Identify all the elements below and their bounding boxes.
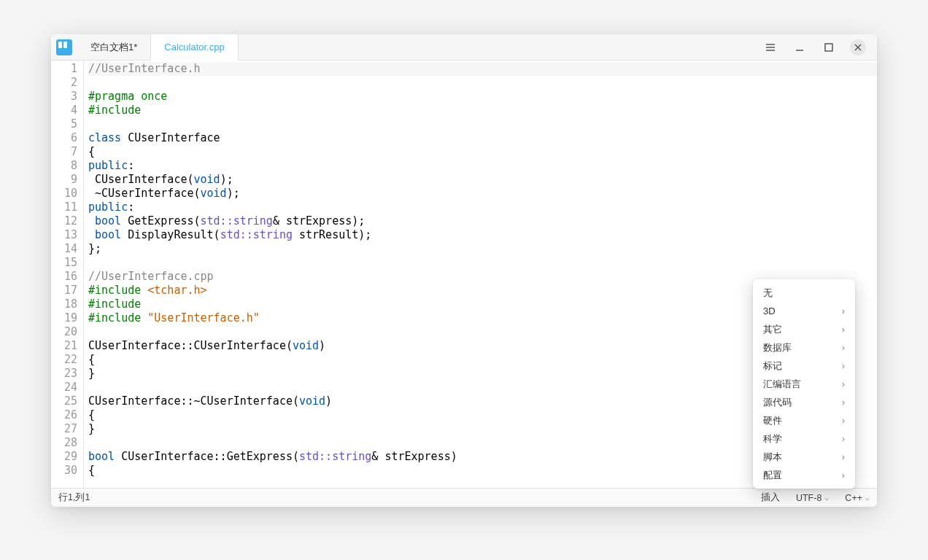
menu-item[interactable]: 科学› (753, 429, 855, 448)
line-number: 14 (51, 242, 77, 256)
code-line: CUserInterface(void); (88, 173, 877, 187)
line-number: 21 (51, 339, 77, 353)
line-number: 8 (51, 159, 77, 173)
chevron-down-icon: ⌵ (865, 494, 870, 502)
line-number: 7 (51, 145, 77, 159)
code-line: public: (88, 201, 877, 214)
line-number: 22 (51, 353, 77, 367)
line-number: 25 (51, 394, 77, 408)
line-number: 26 (51, 408, 77, 422)
encoding-selector[interactable]: UTF-8 ⌵ (796, 493, 829, 503)
menu-item-label: 硬件 (763, 414, 782, 427)
insert-mode[interactable]: 插入 (761, 491, 780, 504)
app-icon (51, 34, 77, 60)
menu-item-label: 科学 (763, 432, 782, 446)
menu-item-label: 数据库 (763, 341, 792, 354)
line-number-gutter: 1234567891011121314151617181920212223242… (51, 61, 84, 488)
menu-item-label: 配置 (763, 469, 782, 482)
menu-item-label: 3D (763, 306, 776, 316)
chevron-right-icon: › (842, 343, 845, 353)
editor-window: 空白文档1*Calculator.cpp 1234567891011121314… (51, 34, 877, 507)
menu-item[interactable]: 脚本› (753, 448, 855, 466)
menu-item[interactable]: 源代码› (753, 393, 855, 411)
close-button[interactable] (843, 34, 873, 60)
menu-item-label: 无 (763, 287, 773, 300)
code-line: bool DisplayResult(std::string strResult… (88, 228, 877, 242)
chevron-right-icon: › (842, 324, 845, 335)
document-tab[interactable]: Calculator.cpp (151, 34, 238, 60)
chevron-right-icon: › (842, 470, 845, 481)
menu-item[interactable]: 标记› (753, 357, 855, 375)
line-number: 3 (51, 90, 77, 104)
tab-strip: 空白文档1*Calculator.cpp (77, 34, 239, 60)
line-number: 15 (51, 256, 77, 270)
window-controls (756, 34, 877, 60)
menu-item[interactable]: 配置› (753, 466, 855, 484)
document-tab[interactable]: 空白文档1* (77, 34, 151, 60)
menu-item-label: 源代码 (763, 396, 792, 409)
line-number: 28 (51, 436, 77, 450)
svg-rect-0 (825, 44, 832, 51)
line-number: 13 (51, 228, 77, 242)
language-label: C++ (845, 493, 862, 503)
line-number: 23 (51, 367, 77, 381)
line-number: 19 (51, 311, 77, 325)
line-number: 4 (51, 104, 77, 117)
menu-item-label: 汇编语言 (763, 378, 801, 391)
line-number: 29 (51, 450, 77, 464)
code-line (88, 76, 877, 90)
code-line: class CUserInterface (88, 131, 877, 145)
menu-item[interactable]: 其它› (753, 320, 855, 338)
menu-item-label: 其它 (763, 323, 782, 336)
code-line: #include (88, 104, 877, 117)
code-line: ~CUserInterface(void); (88, 187, 877, 201)
line-number: 5 (51, 117, 77, 131)
chevron-right-icon: › (842, 361, 845, 371)
menu-item-label: 标记 (763, 359, 782, 373)
line-number: 30 (51, 464, 77, 478)
line-number: 6 (51, 131, 77, 145)
line-number: 1 (51, 62, 77, 76)
menu-item[interactable]: 无 (753, 284, 855, 302)
status-bar: 行1,列1 插入 UTF-8 ⌵ C++ ⌵ (51, 488, 877, 507)
encoding-label: UTF-8 (796, 493, 821, 503)
maximize-button[interactable] (814, 34, 843, 60)
code-line: public: (88, 159, 877, 173)
menu-item[interactable]: 硬件› (753, 411, 855, 429)
language-category-menu[interactable]: 无3D›其它›数据库›标记›汇编语言›源代码›硬件›科学›脚本›配置› (753, 279, 855, 489)
chevron-right-icon: › (842, 306, 845, 316)
code-line: #pragma once (88, 90, 877, 104)
line-number: 11 (51, 201, 77, 214)
line-number: 17 (51, 284, 77, 298)
cursor-position[interactable]: 行1,列1 (58, 491, 90, 504)
line-number: 16 (51, 270, 77, 284)
hamburger-menu-button[interactable] (756, 34, 785, 60)
line-number: 12 (51, 214, 77, 228)
code-line (88, 117, 877, 131)
chevron-down-icon: ⌵ (824, 494, 829, 502)
line-number: 27 (51, 422, 77, 436)
menu-item[interactable]: 汇编语言› (753, 375, 855, 393)
chevron-right-icon: › (842, 452, 845, 462)
line-number: 10 (51, 187, 77, 201)
language-selector[interactable]: C++ ⌵ (845, 493, 870, 503)
code-line (88, 256, 877, 270)
chevron-right-icon: › (842, 416, 845, 426)
menu-item[interactable]: 3D› (753, 302, 855, 320)
code-line: }; (88, 242, 877, 256)
minimize-button[interactable] (785, 34, 814, 60)
code-line: bool GetExpress(std::string& strExpress)… (88, 214, 877, 228)
menu-item-label: 脚本 (763, 451, 782, 464)
line-number: 24 (51, 381, 77, 394)
menu-item[interactable]: 数据库› (753, 338, 855, 357)
chevron-right-icon: › (842, 397, 845, 408)
code-line: //UserInterface.h (88, 62, 877, 76)
new-tab-button[interactable] (239, 34, 265, 60)
chevron-right-icon: › (842, 434, 845, 444)
line-number: 9 (51, 173, 77, 187)
code-line: { (88, 145, 877, 159)
title-bar: 空白文档1*Calculator.cpp (51, 34, 877, 61)
line-number: 2 (51, 76, 77, 90)
line-number: 18 (51, 298, 77, 311)
line-number: 20 (51, 325, 77, 339)
